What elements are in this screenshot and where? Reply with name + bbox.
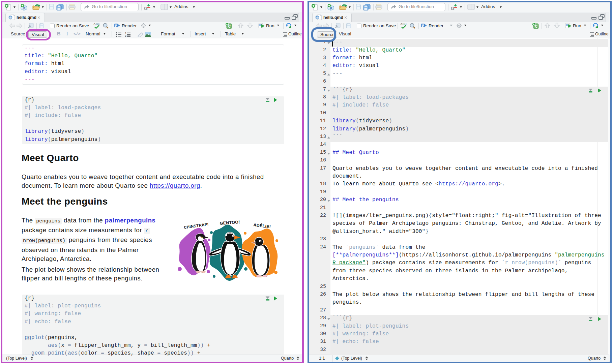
svg-text:GENTOO!: GENTOO!	[220, 220, 240, 226]
svg-text:ADÉLIE!: ADÉLIE!	[253, 222, 271, 229]
svg-text:CHINSTRAP!: CHINSTRAP!	[184, 222, 209, 230]
svg-text:G: G	[144, 6, 148, 10]
svg-text:1: 1	[125, 32, 126, 34]
svg-text:G: G	[451, 6, 455, 10]
svg-text:2: 2	[125, 35, 126, 37]
svg-text:R: R	[23, 7, 26, 10]
svg-text:R: R	[330, 7, 332, 10]
